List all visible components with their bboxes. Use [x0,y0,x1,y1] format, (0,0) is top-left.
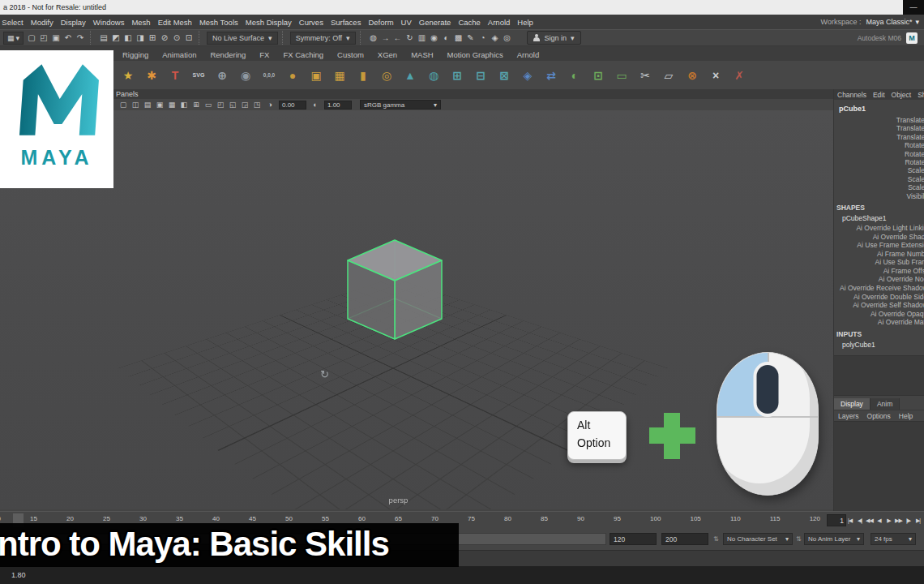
step-forward-frame-button[interactable]: |▶ [904,513,913,527]
fps-dropdown[interactable]: 24 fps ▾ [871,533,916,545]
anim-layer-dropdown[interactable]: No Anim Layer ▾ [804,533,864,545]
viewport[interactable]: ↻ persp [0,110,833,509]
select-by-component-type-icon[interactable]: ◧ [122,32,134,44]
toolbar-separator[interactable] [90,31,94,45]
step-back-key-button[interactable]: ◀◀ [865,513,874,527]
timeline-tick[interactable]: 105 [690,515,700,522]
center-pivot-icon[interactable]: ◉ [235,65,256,86]
lock-camera-icon[interactable]: ◫ [130,100,141,110]
timeline-tick[interactable]: 70 [431,515,438,522]
delete-edge-icon[interactable]: ✗ [729,65,750,86]
redo-icon[interactable]: ↷ [75,32,86,44]
shelf-tab[interactable]: Arnold [516,49,540,61]
safe-action-icon[interactable]: ◲ [239,100,250,110]
minimize-button[interactable]: — [903,0,924,15]
poly-sphere-icon[interactable]: ● [282,65,303,86]
channel-box-tab[interactable]: Object [892,91,912,99]
layer-editor-menu-item[interactable]: Options [867,412,891,420]
timeline-tick[interactable]: 20 [66,515,74,522]
timeline-tick[interactable]: 85 [541,515,548,522]
menu-item[interactable]: Help [517,18,533,27]
timeline-tick[interactable]: 25 [103,515,110,522]
paint-effects-icon[interactable]: ✎ [465,32,477,44]
menu-item[interactable]: Deform [368,18,393,27]
menu-item[interactable]: UV [401,18,412,27]
timeline-tick[interactable]: 75 [468,515,475,522]
extract-icon[interactable]: ⊠ [494,65,515,86]
current-frame-field[interactable]: 1 [827,514,846,526]
stepper-icon[interactable]: ⇅ [796,535,802,543]
highlight-selection-mode-icon[interactable]: ◨ [135,32,146,44]
timeline-tick[interactable]: 65 [395,515,402,522]
scene-selector[interactable]: ▦ ▾ [3,32,24,45]
timeline-tick[interactable]: 110 [730,515,741,522]
boolean-icon[interactable]: ◈ [517,65,538,86]
channel-row[interactable]: Scale Y [834,175,924,183]
go-to-start-button[interactable]: |◀ [845,513,854,527]
channel-row[interactable]: Ai Override Light Linking [834,224,924,233]
channel-row[interactable]: Translate Y [834,124,924,132]
step-forward-key-button[interactable]: ▶▶ [894,513,903,527]
timeline-tick[interactable]: 15 [30,515,37,522]
ipr-render-icon[interactable]: ◐ [441,32,452,44]
animation-end-field[interactable]: 200 [661,533,708,545]
safe-title-icon[interactable]: ◳ [251,100,263,110]
bridge-icon[interactable]: ▭ [611,65,632,86]
selected-node-name[interactable]: pCube1 [834,100,924,116]
poly-torus-icon[interactable]: ◎ [376,65,397,86]
bookmarks-icon[interactable]: ▣ [154,100,165,110]
type-tool-icon[interactable]: T [165,65,186,86]
poly-cylinder-icon[interactable]: ▮ [353,65,374,86]
toolbar-separator[interactable] [360,31,364,45]
step-back-frame-button[interactable]: ◀| [855,513,864,527]
channel-row[interactable]: Rotate Z [834,158,924,166]
channel-row[interactable]: Ai Frame Number [834,250,924,259]
colorspace-dropdown[interactable]: sRGB gamma ▾ [360,100,441,110]
poly-cone-icon[interactable]: ▲ [400,65,421,86]
menu-item[interactable]: Curves [299,18,323,27]
channel-row[interactable]: Ai Use Frame Extension [834,241,924,250]
symmetry-dropdown[interactable]: Symmetry: Off ▾ [290,32,356,45]
snap-to-planes-icon[interactable]: ⊡ [183,32,195,44]
camera-attributes-icon[interactable]: ▤ [142,100,153,110]
menu-item[interactable]: Mesh Tools [199,18,238,27]
new-scene-icon[interactable]: ▢ [26,32,37,44]
channel-row[interactable]: Translate X [834,116,924,124]
channel-row[interactable]: Ai Override Double Sided [834,293,924,302]
layer-editor-menu-item[interactable]: Layers [838,412,859,420]
snap-to-points-icon[interactable]: ⊙ [171,32,182,44]
toolbar-separator[interactable] [282,31,286,45]
channel-row[interactable]: Ai Override Self Shadows [834,301,924,310]
exposure-field[interactable]: 0.00 [279,101,306,110]
shelf-tab[interactable]: FX Caching [282,49,324,61]
channel-box-tab[interactable]: Show [918,91,924,99]
open-scene-icon[interactable]: ◰ [38,32,49,44]
timeline-tick[interactable]: 95 [614,515,621,522]
extrude-icon[interactable]: ⊡ [588,65,609,86]
gate-mask-icon[interactable]: ◱ [227,100,238,110]
timeline-tick[interactable]: 30 [139,515,147,522]
channel-row[interactable]: Scale X [834,166,924,174]
playback-end-field[interactable]: 120 [610,533,657,545]
channel-row[interactable]: Ai Override Receive Shadows [834,284,924,293]
menu-item[interactable]: Generate [419,18,451,27]
snap-to-curves-icon[interactable]: ⊘ [159,32,170,44]
channel-row[interactable]: Scale Z [834,183,924,191]
layer-editor-menu-item[interactable]: Help [899,412,913,420]
menu-item[interactable]: Cache [458,18,480,27]
select-by-hierarchy-icon[interactable]: ▤ [98,32,109,44]
channel-box-tab[interactable]: Edit [873,91,885,99]
menu-item[interactable]: Edit Mesh [158,18,192,27]
render-current-frame-icon[interactable]: ◉ [429,32,440,44]
stepper-icon[interactable]: ⇅ [713,535,719,543]
construction-plane-icon[interactable]: ⊕ [212,65,233,86]
zero-coordinates-icon[interactable]: 0,0,0 [259,65,280,86]
channel-row[interactable]: Ai Use Sub Frame [834,258,924,267]
grid-toggle-icon[interactable]: ⊞ [190,100,202,110]
separate-icon[interactable]: ⊟ [470,65,491,86]
menu-item[interactable]: Windows [93,18,125,27]
timeline-tick[interactable]: 90 [577,515,584,522]
curve-star-icon[interactable]: ★ [118,65,139,86]
go-to-end-button[interactable]: ▶| [913,513,922,527]
play-forwards-button[interactable]: ▶ [884,513,893,527]
